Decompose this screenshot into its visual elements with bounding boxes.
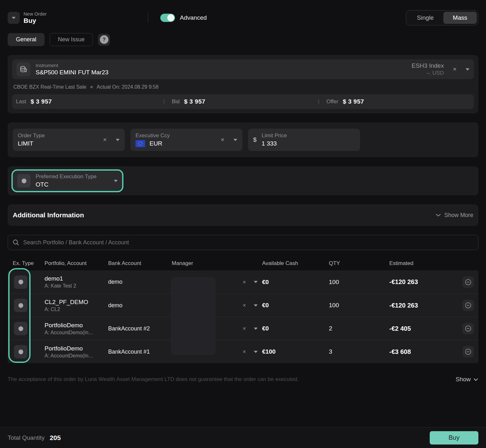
available-cash: €0: [262, 279, 329, 286]
search-input[interactable]: [23, 239, 474, 246]
show-toggle[interactable]: Show: [455, 376, 478, 383]
ticker-block: ESH3 Index –, USD: [412, 62, 444, 76]
remove-row-button[interactable]: [462, 276, 474, 288]
instrument-right: ESH3 Index –, USD ✕: [412, 62, 469, 76]
clear-manager-icon[interactable]: ✕: [242, 303, 246, 308]
chevron-down-icon[interactable]: [254, 328, 258, 330]
table-row: PortfolioDemo A: AccountDemo(In… BankAcc…: [8, 340, 478, 363]
search-icon: [12, 239, 19, 246]
account-name: A: AccountDemo(In…: [45, 330, 108, 336]
executive-ccy-label: Executive Ccy: [135, 132, 212, 139]
order-side-dropdown-button[interactable]: [8, 12, 20, 24]
show-more-toggle[interactable]: Show More: [435, 212, 473, 219]
topbar: New Order Buy Advanced Single Mass: [8, 10, 478, 26]
instrument-field[interactable]: Instrument S&P500 EMINI FUT Mar23 ESH3 I…: [12, 59, 474, 79]
order-type-field[interactable]: Order Type LIMIT ✕: [13, 129, 125, 151]
tab-new-issue[interactable]: New Issue: [50, 33, 93, 46]
chevron-down-icon[interactable]: [254, 281, 258, 283]
mode-switch: Single Mass: [406, 10, 478, 25]
qty-value[interactable]: 2: [329, 325, 389, 332]
chevron-down-icon[interactable]: [233, 139, 237, 141]
quote-status-row: CBOE BZX Real-Time Last Sale Actual On: …: [13, 84, 473, 90]
executive-ccy-value: EUR: [149, 140, 162, 147]
dot-icon: [18, 350, 23, 354]
clear-order-type-icon[interactable]: ✕: [103, 137, 107, 143]
quote-value: $ 3 957: [31, 98, 52, 105]
price-bar: Last $ 3 957 | Bid $ 3 957 | Offer $ 3 9…: [12, 94, 474, 109]
portfolio-name: PortfolioDemo: [45, 345, 108, 352]
clear-manager-icon[interactable]: ✕: [242, 326, 246, 331]
portfolio-name: CL2_PF_DEMO: [45, 299, 108, 306]
table-row: CL2_PF_DEMO A: CL2 demo ✕ €0 100 -€120 2…: [8, 294, 478, 317]
advanced-toggle-group: Advanced: [160, 14, 207, 22]
order-fields-row: Order Type LIMIT ✕ Executive Ccy: [12, 127, 474, 153]
chevron-down-icon[interactable]: [466, 68, 469, 71]
order-type-value: LIMIT: [18, 140, 94, 147]
chevron-down-icon[interactable]: [254, 351, 258, 353]
quote-value: $ 3 957: [343, 98, 364, 105]
available-cash: €0: [262, 325, 329, 332]
clear-manager-icon[interactable]: ✕: [242, 280, 246, 285]
portfolio-name: demo1: [45, 275, 108, 282]
ex-type-button[interactable]: [14, 322, 27, 335]
clear-instrument-icon[interactable]: ✕: [453, 66, 457, 72]
qty-value[interactable]: 100: [329, 279, 389, 286]
quote-last: Last $ 3 957: [12, 98, 163, 105]
qty-value[interactable]: 3: [329, 348, 389, 355]
buy-button[interactable]: Buy: [430, 431, 478, 445]
estimated-value: -€3 608: [389, 348, 462, 356]
chevron-down-icon[interactable]: [116, 139, 120, 141]
chevron-down-icon: [12, 17, 16, 19]
available-cash: €0: [262, 302, 329, 309]
col-header-ex-type: Ex. Type: [13, 260, 45, 267]
preferred-execution-panel: Preferred Execution Type OTC: [8, 166, 478, 195]
quote-label: Offer: [326, 98, 338, 105]
preferred-execution-field[interactable]: Preferred Execution Type OTC: [11, 169, 123, 192]
table-row: PortfolioDemo A: AccountDemo(In… BankAcc…: [8, 317, 478, 340]
show-label: Show: [455, 376, 471, 383]
executive-ccy-field[interactable]: Executive Ccy: [130, 129, 242, 151]
instrument-label: Instrument: [36, 63, 108, 68]
tabs-row: General New Issue ?: [8, 33, 478, 46]
minus-circle-icon: [465, 302, 472, 309]
bank-account: BankAccount #1: [108, 349, 172, 355]
col-header-available-cash: Available Cash: [262, 260, 329, 267]
ex-type-button[interactable]: [14, 275, 27, 289]
minus-circle-icon: [465, 348, 472, 355]
order-title-block: New Order Buy: [24, 11, 47, 24]
ex-type-button[interactable]: [14, 299, 27, 312]
advanced-toggle[interactable]: [160, 14, 175, 22]
chevron-down-icon[interactable]: [114, 180, 118, 182]
remove-row-button[interactable]: [462, 346, 474, 357]
mode-mass-button[interactable]: Mass: [443, 12, 477, 24]
remove-row-button[interactable]: [462, 300, 474, 311]
advanced-label: Advanced: [180, 14, 207, 21]
total-quantity-label: Total Quantity: [8, 434, 45, 441]
qty-value[interactable]: 100: [329, 302, 389, 309]
manager-dropdown[interactable]: ✕: [172, 303, 262, 308]
manager-dropdown[interactable]: ✕: [172, 349, 262, 354]
manager-dropdown[interactable]: ✕: [172, 280, 262, 285]
dot-icon: [22, 179, 26, 183]
preferred-execution-label: Preferred Execution Type: [36, 173, 114, 180]
eu-flag-icon: [135, 140, 145, 147]
clear-manager-icon[interactable]: ✕: [242, 349, 246, 354]
disclaimer-text: The acceptance of this order by Luna Wea…: [8, 376, 299, 383]
limit-price-field[interactable]: $ Limit Price 1 333: [248, 129, 360, 151]
quote-divider: |: [318, 99, 319, 105]
chevron-down-icon[interactable]: [254, 304, 258, 307]
instrument-name: S&P500 EMINI FUT Mar23: [36, 69, 108, 76]
dollar-prefix-icon: $: [253, 136, 257, 143]
remove-row-button[interactable]: [462, 323, 474, 334]
minus-circle-icon: [465, 325, 472, 332]
tab-general[interactable]: General: [8, 33, 45, 46]
ex-type-button[interactable]: [14, 345, 27, 358]
mode-single-button[interactable]: Single: [407, 12, 443, 24]
help-button[interactable]: ?: [98, 34, 110, 46]
manager-dropdown[interactable]: ✕: [172, 326, 262, 331]
clear-ccy-icon[interactable]: ✕: [220, 137, 225, 143]
executive-ccy-value-row: EUR: [135, 140, 212, 147]
quote-label: Bid: [172, 98, 180, 105]
coins-icon: [17, 62, 31, 76]
bank-account: demo: [108, 302, 172, 309]
